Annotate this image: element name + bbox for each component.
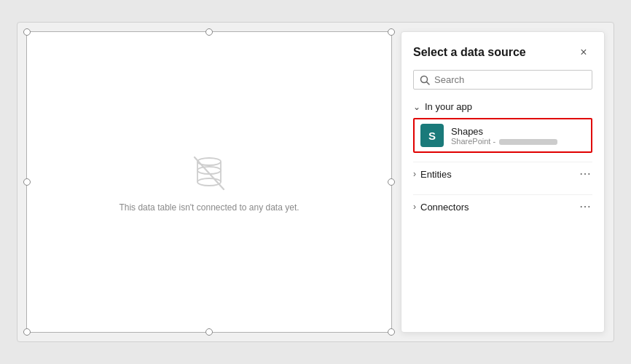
shapes-name: Shapes [451, 126, 557, 137]
close-button[interactable]: × [575, 44, 592, 61]
handle-bm[interactable] [205, 328, 213, 336]
entities-more-icon[interactable]: ⋯ [579, 168, 592, 180]
canvas-area: This data table isn't connected to any d… [26, 31, 392, 333]
handle-bl[interactable] [23, 328, 31, 336]
shapes-info: Shapes SharePoint - [451, 126, 557, 146]
entities-left: › Entities [413, 169, 452, 180]
entities-section[interactable]: › Entities ⋯ [413, 162, 592, 186]
panel-title: Select a data source [413, 46, 526, 59]
entities-label: Entities [420, 169, 452, 180]
no-data-icon [187, 151, 231, 195]
in-your-app-label: In your app [425, 101, 472, 112]
connectors-more-icon[interactable]: ⋯ [579, 201, 592, 213]
search-input[interactable] [434, 74, 586, 85]
shapes-subtitle: SharePoint - [451, 137, 557, 146]
handle-tl[interactable] [23, 28, 31, 36]
connectors-section[interactable]: › Connectors ⋯ [413, 194, 592, 218]
search-box[interactable] [413, 70, 592, 90]
outer-container: This data table isn't connected to any d… [17, 22, 614, 342]
shapes-icon-letter: S [428, 130, 436, 142]
in-your-app-chevron: ⌄ [413, 102, 420, 112]
handle-br[interactable] [388, 328, 395, 336]
entities-chevron: › [413, 169, 416, 179]
handle-tr[interactable] [388, 28, 395, 36]
connectors-chevron: › [413, 202, 416, 212]
in-your-app-header[interactable]: ⌄ In your app [413, 98, 592, 115]
blurred-text [499, 139, 557, 145]
in-your-app-section: ⌄ In your app S Shapes SharePoint - [413, 98, 592, 153]
search-icon [420, 75, 430, 85]
handle-tm[interactable] [205, 28, 213, 36]
handle-ml[interactable] [23, 178, 31, 186]
shapes-item[interactable]: S Shapes SharePoint - [413, 118, 592, 153]
side-panel: Select a data source × ⌄ In your app S [401, 31, 605, 333]
handle-mr[interactable] [388, 178, 395, 186]
panel-header: Select a data source × [413, 44, 592, 61]
connectors-label: Connectors [420, 202, 469, 213]
shapes-icon: S [420, 124, 444, 147]
connectors-left: › Connectors [413, 202, 469, 213]
canvas-icon: This data table isn't connected to any d… [119, 151, 299, 213]
svg-line-7 [427, 82, 430, 84]
canvas-empty-label: This data table isn't connected to any d… [119, 202, 299, 213]
